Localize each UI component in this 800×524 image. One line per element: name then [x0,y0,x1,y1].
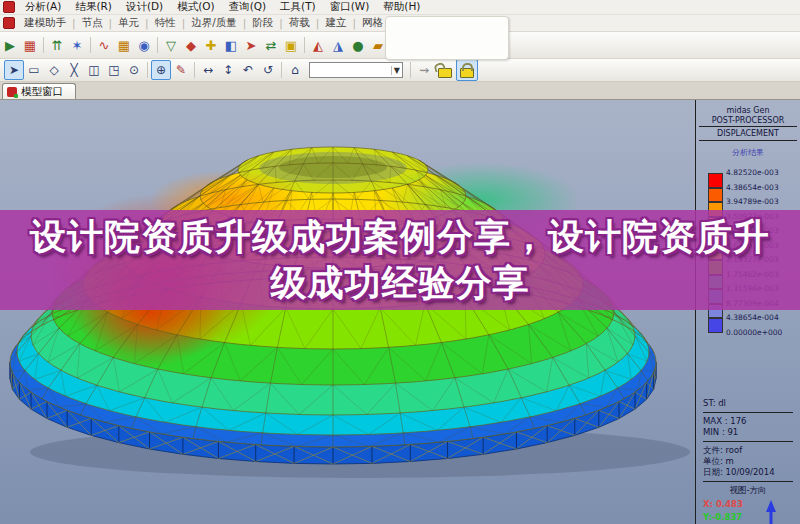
window-tab-strip: 模型窗口 [0,82,800,100]
dome-displacement-render [0,100,695,524]
lock-icon [460,68,474,78]
tab-model-window[interactable]: 模型窗口 [2,83,76,99]
named-view-combobox[interactable]: ▼ [309,62,403,78]
result-type-label: DISPLACEMENT [699,127,797,141]
reaction-icon[interactable]: ✶ [67,35,87,55]
view-direction-block: X: 0.483 Y:-0.837 Z: 0.259 [703,498,793,524]
menu-mode[interactable]: 模式(O) [170,0,221,14]
displacement-contour-icon[interactable]: ▦ [114,35,134,55]
midas-logo-icon [7,87,17,97]
toolbar-separator [194,62,195,78]
view-prev-icon[interactable]: ↶ [238,60,258,80]
axis-triad-icon [749,498,793,524]
lock-button[interactable] [456,59,478,81]
influence-line-icon[interactable]: ● [348,35,368,55]
menu-help[interactable]: 帮助(H) [376,0,427,14]
heat-result-icon[interactable]: ◭ [308,35,328,55]
model-window-tab-label: 模型窗口 [21,85,63,99]
max-node-label: MAX : 176 [703,416,793,427]
select-icon[interactable]: ➤ [4,60,24,80]
menu-query[interactable]: 查询(Q) [222,0,273,14]
legend-swatch [708,318,723,333]
unlock-button[interactable] [434,59,456,81]
floating-toolbar-panel [385,16,509,60]
animate-contour-icon[interactable]: ⇝ [414,60,434,80]
view-direction-x: X: 0.483 [703,498,749,511]
legend-panel: midas Gen POST-PROCESSOR DISPLACEMENT 分析… [695,100,800,524]
ribbon-tab-stage[interactable]: 阶段 [246,16,279,30]
ribbon-tab-build[interactable]: 建立 [319,16,352,30]
view-toolbar-icons: ➤▭◇╳◫◳⊙⊕✎↔↕↶↺⌂ [4,60,305,80]
select-intersect-icon[interactable]: ╳ [64,60,84,80]
ribbon-tab-mesh[interactable]: 网格 [356,16,389,30]
stage-result-icon[interactable]: ▣ [281,35,301,55]
midas-gen-window: 分析(A)结果(R)设计(D)模式(O)查询(Q)工具(T)窗口(W)帮助(H)… [0,0,800,524]
legend-value: 4.82520e-003 [726,166,782,181]
beam-diagram-icon[interactable]: ▽ [161,35,181,55]
view-direction-title: 视图-方向 [703,485,793,496]
render-icon[interactable]: ▦ [20,35,40,55]
select-plane-icon[interactable]: ◫ [84,60,104,80]
divider [703,412,793,413]
model-view-icon[interactable]: ▶ [0,35,20,55]
chevron-down-icon[interactable]: ▼ [391,66,402,75]
menu-window[interactable]: 窗口(W) [323,0,377,14]
deformation-icon[interactable]: ∿ [94,35,114,55]
toolbar-separator [304,37,305,53]
menu-design[interactable]: 设计(D) [119,0,170,14]
analysis-run-icon[interactable]: ⇈ [47,35,67,55]
legend-value: 3.94789e-003 [726,195,782,210]
dynamic-zoom-icon[interactable]: ↕ [218,60,238,80]
stress-contour-icon[interactable]: ◉ [134,35,154,55]
overlay-banner: 设计院资质升级成功案例分享，设计院资质升 级成功经验分享 [0,210,800,310]
legend-value: 4.38654e-004 [726,311,782,326]
ribbon-tab-modeling-assistant[interactable]: 建模助手 [18,16,72,30]
banner-text-line1: 设计院资质升级成功案例分享，设计院资质升 [30,214,770,260]
toolbar-dock: ▶▦ [0,35,40,55]
buckling-mode-icon[interactable]: ⇄ [261,35,281,55]
toolbar-grip-icon [3,17,15,29]
toolbar-separator [43,37,44,53]
load-case-label: ST: dl [703,398,793,409]
select-circle-icon[interactable]: ⊙ [124,60,144,80]
vibration-mode-icon[interactable]: ➤ [241,35,261,55]
named-view-icon[interactable]: ⌂ [285,60,305,80]
legend-value: 4.38654e-003 [726,181,782,196]
view-direction-values: X: 0.483 Y:-0.837 Z: 0.259 [703,498,749,524]
plane-stress-icon[interactable]: ◧ [221,35,241,55]
plate-force-icon[interactable]: ✚ [201,35,221,55]
view-toolbar: ➤▭◇╳◫◳⊙⊕✎↔↕↶↺⌂ ▼ ⇝ [0,59,800,82]
select-polygon-icon[interactable]: ◇ [44,60,64,80]
menu-analysis[interactable]: 分析(A) [18,0,68,14]
menu-tools[interactable]: 工具(T) [273,0,323,14]
toolbar-separator [281,62,282,78]
view-direction-y: Y:-0.837 [703,511,749,524]
ribbon-tab-element[interactable]: 单元 [112,16,145,30]
ribbon-tab-load[interactable]: 荷载 [283,16,316,30]
ribbon-tab-properties[interactable]: 特性 [149,16,182,30]
zoom-window-icon[interactable]: ⊕ [151,60,171,80]
pan-icon[interactable]: ↔ [198,60,218,80]
menu-results[interactable]: 结果(R) [68,0,119,14]
ribbon-tab-node[interactable]: 节点 [76,16,109,30]
analysis-result-label: 分析结果 [696,147,800,158]
ribbon-tab-boundary-mass[interactable]: 边界/质量 [185,16,243,30]
divider [703,441,793,442]
select-volume-icon[interactable]: ◳ [104,60,124,80]
tendon-icon[interactable]: ◮ [328,35,348,55]
brand-label: midas Gen [696,106,800,115]
select-window-icon[interactable]: ▭ [24,60,44,80]
unit-label: 单位: m [703,456,793,467]
toolbar-separator [157,37,158,53]
unlock-icon [438,68,452,78]
menu-bar: 分析(A)结果(R)设计(D)模式(O)查询(Q)工具(T)窗口(W)帮助(H) [0,0,800,15]
min-node-label: MIN : 91 [703,427,793,438]
rotate-icon[interactable]: ↺ [258,60,278,80]
redraw-icon[interactable]: ✎ [171,60,191,80]
divider [703,481,793,482]
toolbar-separator [90,37,91,53]
app-icon [3,1,15,13]
truss-force-icon[interactable]: ◆ [181,35,201,55]
result-info-block: ST: dl MAX : 176 MIN : 91 文件: roof 单位: m… [696,398,800,524]
model-viewport[interactable]: midas Gen POST-PROCESSOR DISPLACEMENT 分析… [0,100,800,524]
